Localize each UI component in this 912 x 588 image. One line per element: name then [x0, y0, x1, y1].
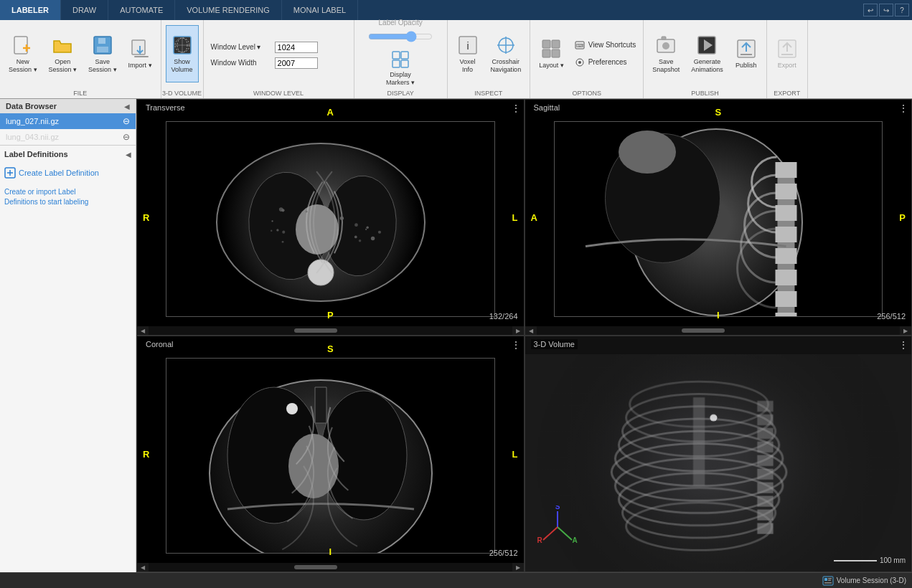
svg-rect-4 — [97, 47, 108, 52]
create-label-icon — [4, 167, 16, 179]
svg-rect-33 — [662, 37, 666, 39]
window-level-input[interactable] — [275, 42, 318, 53]
file-group-label: FILE — [0, 90, 161, 97]
sagittal-scroll-right[interactable]: ▶ — [900, 326, 911, 335]
viewport-grid: Transverse ⋮ A P R L 132/264 ◀ ▶ Sagitt — [136, 99, 912, 572]
crosshair-navigation-button[interactable]: CrosshairNavigation — [486, 25, 526, 82]
sidebar-item-lung027[interactable]: lung_027.nii.gz ⊖ — [0, 113, 136, 129]
display-markers-button[interactable]: DisplayMarkers ▾ — [382, 47, 419, 90]
svg-text:A: A — [572, 536, 577, 544]
viewport-coronal[interactable]: Coronal ⋮ S I R L 256/512 ◀ ▶ — [136, 336, 525, 572]
volume-3d-canvas[interactable] — [525, 354, 912, 572]
data-browser-collapse[interactable]: ◀ — [124, 103, 130, 110]
tab-volume-rendering[interactable]: VOLUME RENDERING — [175, 0, 282, 20]
lung043-remove[interactable]: ⊖ — [123, 132, 130, 142]
sidebar-item-lung043[interactable]: lung_043.nii.gz ⊖ — [0, 129, 136, 145]
tab-monai-label[interactable]: MONAI LABEL — [282, 0, 358, 20]
sagittal-menu-btn[interactable]: ⋮ — [898, 103, 908, 114]
svg-text:R: R — [537, 536, 542, 544]
publish-group-label: PUBLISH — [644, 90, 766, 97]
transverse-counter: 132/264 — [489, 312, 518, 321]
generate-animations-button[interactable]: GenerateAnimations — [687, 25, 728, 82]
lung043-filename: lung_043.nii.gz — [6, 133, 59, 141]
transverse-scrollbar-track[interactable] — [149, 326, 512, 335]
open-session-icon — [51, 34, 74, 57]
export-button[interactable]: Export — [771, 25, 803, 82]
svg-rect-23 — [542, 40, 550, 48]
viewport-3d-volume[interactable]: 3-D Volume ⋮ S A R — [525, 336, 913, 572]
view-shortcuts-button[interactable]: ⌨ View Shortcuts — [571, 38, 639, 52]
show-volume-button[interactable]: ShowVolume — [166, 25, 199, 82]
preferences-label: Preferences — [588, 58, 627, 66]
lung027-remove[interactable]: ⊖ — [123, 116, 130, 126]
transverse-scrollbar[interactable]: ◀ ▶ — [137, 326, 524, 335]
svg-point-32 — [662, 42, 669, 49]
transverse-scroll-right[interactable]: ▶ — [512, 326, 524, 335]
label-definitions-collapse[interactable]: ◀ — [126, 151, 131, 158]
coronal-menu-btn[interactable]: ⋮ — [511, 339, 521, 351]
save-snapshot-label: SaveSnapshot — [652, 58, 680, 74]
window-level-dropdown[interactable]: Window Level ▾ — [211, 43, 272, 51]
help-button[interactable]: ? — [895, 4, 909, 16]
voxel-info-button[interactable]: i VoxelInfo — [452, 25, 484, 82]
tab-labeler[interactable]: LABELER — [0, 0, 61, 20]
preferences-button[interactable]: Preferences — [571, 55, 639, 70]
window-level-row: Window Level ▾ — [211, 42, 347, 53]
coronal-scroll-left[interactable]: ◀ — [137, 563, 149, 572]
tab-automate[interactable]: AUTOMATE — [108, 0, 175, 20]
viewport-sagittal[interactable]: Sagittal ⋮ S I A P 256/512 ◀ ▶ — [525, 99, 913, 336]
sagittal-label: Sagittal — [531, 103, 563, 113]
coronal-scrollbar[interactable]: ◀ ▶ — [137, 563, 524, 572]
coronal-scroll-right[interactable]: ▶ — [512, 563, 524, 572]
transverse-canvas[interactable] — [166, 122, 475, 317]
transverse-dir-top: A — [327, 107, 334, 118]
view-shortcuts-label: View Shortcuts — [588, 41, 636, 49]
transverse-scroll-left[interactable]: ◀ — [137, 326, 149, 335]
svg-text:i: i — [466, 40, 469, 52]
toolbar-group-inspect: i VoxelInfo CrosshairNavigation INSPECT — [448, 20, 531, 98]
status-bar: Volume Session (3-D) — [0, 572, 912, 588]
publish-icon — [735, 37, 758, 60]
save-session-button[interactable]: SaveSession ▾ — [84, 25, 121, 82]
tab-draw[interactable]: DRAW — [61, 0, 108, 20]
sagittal-scroll-left[interactable]: ◀ — [525, 326, 537, 335]
redo-button[interactable]: ↪ — [879, 4, 893, 16]
undo-button[interactable]: ↩ — [863, 4, 878, 16]
open-session-button[interactable]: OpenSession ▾ — [44, 25, 82, 82]
sagittal-dir-left: A — [531, 212, 537, 223]
coronal-scrollbar-track[interactable] — [149, 563, 512, 572]
scale-bar-label: 100 mm — [880, 556, 906, 564]
label-opacity-label: Label Opacity — [379, 19, 423, 27]
toolbar-group-export: Export EXPORT — [767, 20, 808, 98]
window-width-input[interactable] — [275, 57, 318, 69]
sagittal-counter: 256/512 — [877, 312, 906, 321]
import-button[interactable]: Import ▾ — [124, 25, 156, 82]
svg-rect-24 — [552, 40, 560, 48]
sagittal-scrollbar[interactable]: ◀ ▶ — [525, 326, 912, 335]
coronal-canvas[interactable] — [166, 359, 475, 554]
axes-container: S A R — [536, 506, 579, 550]
publish-label: Publish — [735, 62, 757, 70]
new-session-button[interactable]: NewSession ▾ — [4, 25, 42, 82]
voxel-info-icon: i — [456, 34, 479, 57]
svg-rect-16 — [392, 60, 400, 67]
toolbar-group-display: Label Opacity DisplayMarkers ▾ DISPLAY — [354, 20, 448, 98]
import-label: Import ▾ — [128, 62, 152, 70]
svg-rect-53 — [824, 582, 832, 584]
layout-button[interactable]: Layout ▾ — [535, 25, 568, 82]
transverse-dir-left: R — [143, 212, 149, 223]
sagittal-canvas[interactable] — [555, 122, 863, 317]
label-definitions-title: Label Definitions — [4, 150, 68, 158]
sagittal-scrollbar-track[interactable] — [537, 326, 901, 335]
viewport-transverse[interactable]: Transverse ⋮ A P R L 132/264 ◀ ▶ — [136, 99, 525, 336]
label-definitions-header: Label Definitions ◀ — [4, 150, 131, 158]
publish-button[interactable]: Publish — [730, 25, 762, 82]
create-label-definition-label: Create Label Definition — [19, 169, 99, 177]
transverse-menu-btn[interactable]: ⋮ — [511, 103, 521, 114]
transverse-dir-right: L — [512, 212, 518, 223]
generate-animations-label: GenerateAnimations — [691, 58, 723, 74]
volume-3d-menu-btn[interactable]: ⋮ — [898, 339, 908, 351]
create-label-definition-button[interactable]: Create Label Definition — [4, 164, 99, 181]
save-snapshot-button[interactable]: SaveSnapshot — [648, 25, 684, 82]
label-opacity-slider[interactable] — [368, 31, 433, 42]
